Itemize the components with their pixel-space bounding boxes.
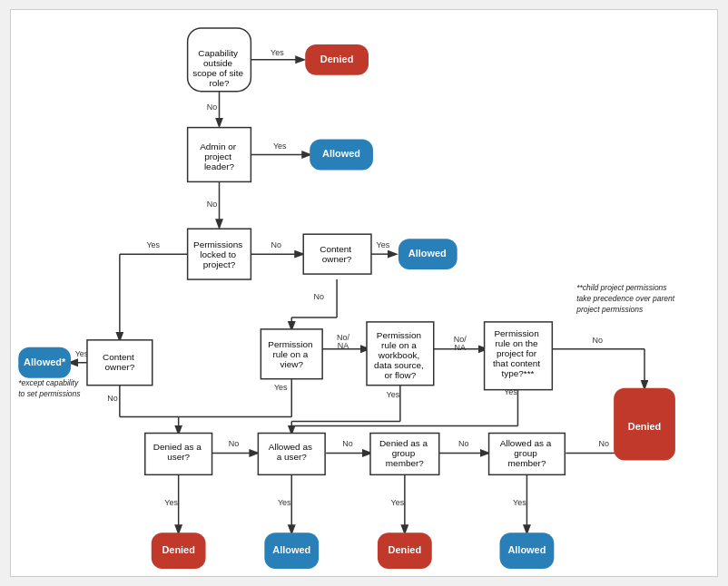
svg-text:Yes: Yes: [164, 498, 178, 507]
svg-text:No: No: [313, 292, 323, 301]
denied-top-label: Denied: [320, 54, 354, 64]
svg-text:NA: NA: [454, 343, 465, 352]
svg-text:No: No: [229, 439, 239, 448]
svg-text:Yes: Yes: [271, 48, 284, 57]
svg-text:Yes: Yes: [278, 498, 291, 507]
svg-text:NA: NA: [338, 341, 349, 350]
svg-text:No: No: [592, 336, 602, 345]
svg-text:No: No: [207, 200, 217, 209]
allowed-content-label: Allowed: [408, 248, 447, 259]
svg-text:Yes: Yes: [377, 240, 390, 249]
svg-text:No: No: [271, 240, 281, 249]
svg-text:No: No: [207, 103, 217, 112]
svg-text:Yes: Yes: [274, 383, 288, 392]
allowed-bottom2-label: Allowed: [507, 544, 546, 555]
svg-text:No: No: [107, 394, 117, 403]
allowed-admin-label: Allowed: [322, 148, 360, 159]
allowed-star-note: *except capability to set permissions: [18, 378, 81, 398]
allowed-left-label: Allowed*: [24, 356, 66, 367]
denied-bottom2-label: Denied: [389, 544, 422, 555]
svg-text:Yes: Yes: [273, 142, 287, 151]
denied-right-label: Denied: [628, 421, 662, 432]
svg-text:Yes: Yes: [391, 498, 405, 507]
denied-bottom1-label: Denied: [162, 544, 195, 555]
diagram-container: Yes No Yes No Yes No Yes No Yes No: [10, 9, 718, 577]
svg-text:No: No: [598, 439, 608, 448]
svg-text:Yes: Yes: [387, 390, 400, 399]
svg-text:No: No: [342, 439, 352, 448]
child-project-note: **child project permissions take precede…: [576, 283, 676, 314]
svg-text:Yes: Yes: [513, 498, 526, 507]
allowed-bottom1-label: Allowed: [272, 544, 310, 555]
svg-text:No: No: [458, 439, 468, 448]
admin-leader-label: Admin or project leader?: [200, 142, 239, 171]
content-owner-left-label: Content owner?: [103, 351, 137, 371]
svg-text:Yes: Yes: [146, 240, 160, 249]
content-owner-right-label: Content owner?: [320, 244, 354, 264]
